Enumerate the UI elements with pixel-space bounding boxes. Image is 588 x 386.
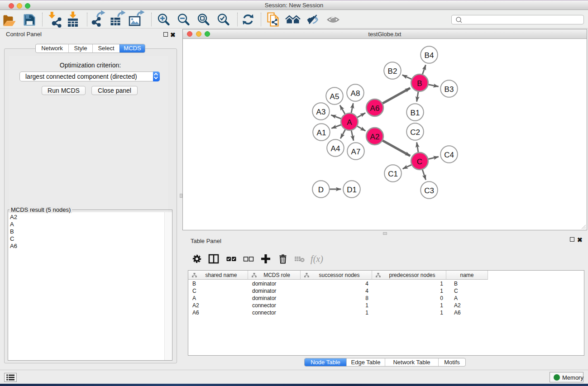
svg-text:A7: A7 [351, 148, 361, 156]
svg-text:A: A [347, 118, 352, 127]
svg-text:B3: B3 [445, 85, 454, 94]
svg-text:C2: C2 [410, 128, 420, 137]
svg-text:B2: B2 [388, 67, 397, 76]
svg-text:A2: A2 [370, 133, 380, 141]
svg-text:B: B [417, 79, 422, 88]
svg-text:A3: A3 [316, 108, 326, 116]
svg-text:D1: D1 [347, 186, 357, 194]
svg-text:A6: A6 [370, 104, 380, 113]
svg-text:A8: A8 [351, 89, 360, 98]
svg-text:C: C [417, 157, 422, 166]
svg-text:f(x): f(x) [311, 254, 323, 264]
svg-text:A5: A5 [330, 92, 339, 101]
svg-text:C3: C3 [424, 186, 434, 195]
svg-text:B4: B4 [425, 51, 434, 60]
svg-text:C4: C4 [444, 151, 454, 159]
svg-text:A4: A4 [331, 144, 340, 153]
svg-text:B1: B1 [411, 109, 420, 117]
svg-text:C1: C1 [388, 170, 398, 178]
svg-text:A1: A1 [317, 129, 326, 137]
svg-text:D: D [318, 186, 324, 194]
